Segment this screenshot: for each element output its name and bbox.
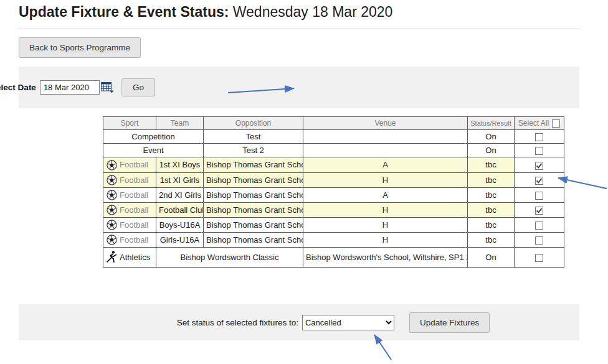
- calendar-picker-icon[interactable]: [101, 82, 114, 93]
- sport-cell: Football: [103, 217, 156, 232]
- status-dropdown[interactable]: Cancelled: [302, 315, 394, 330]
- status-cell: tbc: [468, 157, 515, 172]
- opposition-cell: Test: [204, 130, 303, 144]
- team-cell: 1st XI Girls: [156, 172, 204, 187]
- venue-cell: A: [303, 157, 468, 172]
- sport-label: Football: [120, 205, 148, 215]
- header-sport: Sport: [103, 117, 156, 130]
- event-name-cell: Competition: [103, 130, 204, 144]
- status-group: Set status of selected fixtures to: Canc…: [108, 312, 490, 333]
- select-cell: [515, 232, 564, 247]
- venue-cell: [303, 144, 468, 157]
- opposition-cell: Bishop Thomas Grant School: [204, 187, 303, 202]
- team-cell: Girls-U16A: [156, 232, 204, 247]
- row-select-checkbox[interactable]: [535, 236, 543, 245]
- header-select-all: Select All: [515, 117, 564, 130]
- update-fixtures-button[interactable]: Update Fixtures: [409, 312, 490, 333]
- select-cell: [515, 187, 564, 202]
- table-header-row: Sport Team Opposition Venue Status/Resul…: [103, 117, 564, 130]
- select-cell: [515, 144, 564, 157]
- page-title-date: Wednesday 18 Mar 2020: [233, 4, 393, 20]
- set-status-label: Set status of selected fixtures to:: [177, 318, 298, 327]
- venue-cell: H: [303, 217, 468, 232]
- table-row: CompetitionTestOn: [103, 130, 564, 144]
- select-all-checkbox[interactable]: [552, 119, 560, 128]
- row-select-checkbox[interactable]: [535, 192, 543, 200]
- status-cell: tbc: [468, 172, 515, 187]
- fixtures-table: Sport Team Opposition Venue Status/Resul…: [103, 116, 564, 268]
- select-all-label: Select All: [518, 119, 549, 128]
- venue-cell: H: [303, 232, 468, 247]
- opposition-cell: Bishop Thomas Grant School: [204, 202, 303, 217]
- header-opposition: Opposition: [204, 117, 303, 130]
- table-row: FootballFootball ClubBishop Thomas Grant…: [103, 202, 564, 217]
- status-cell: On: [468, 247, 515, 267]
- row-select-checkbox[interactable]: [535, 207, 543, 215]
- header-status-result: Status/Result: [468, 117, 515, 130]
- header-venue: Venue: [303, 117, 468, 130]
- back-to-sports-programme-button[interactable]: Back to Sports Programme: [19, 37, 141, 58]
- row-select-checkbox[interactable]: [535, 254, 543, 262]
- page-title: Update Fixture & Event Status: Wednesday…: [19, 4, 392, 21]
- select-cell: [515, 130, 564, 144]
- venue-cell: A: [303, 187, 468, 202]
- team-cell: 1st XI Boys: [156, 157, 204, 172]
- table-row: Football2nd XI GirlsBishop Thomas Grant …: [103, 187, 564, 202]
- status-cell: tbc: [468, 232, 515, 247]
- venue-cell: [303, 130, 468, 144]
- annotation-arrow-row-checkbox: [558, 178, 607, 189]
- sport-cell: Football: [103, 202, 156, 217]
- table-row: Football1st XI GirlsBishop Thomas Grant …: [103, 172, 564, 187]
- row-select-checkbox[interactable]: [535, 177, 543, 185]
- event-name-cell: Bishop Wordsworth Classic: [156, 247, 303, 267]
- venue-cell: H: [303, 202, 468, 217]
- table-row: Football1st XI BoysBishop Thomas Grant S…: [103, 157, 564, 172]
- football-icon: [107, 235, 117, 245]
- fixtures-table-body: CompetitionTestOnEventTest 2OnFootball1s…: [103, 130, 564, 268]
- status-cell: tbc: [468, 202, 515, 217]
- sport-cell: Athletics: [103, 247, 156, 267]
- venue-cell: H: [303, 172, 468, 187]
- select-cell: [515, 202, 564, 217]
- football-icon: [107, 220, 117, 230]
- sport-label: Football: [120, 190, 148, 200]
- sport-label: Football: [120, 161, 148, 170]
- event-name-cell: Event: [103, 144, 204, 157]
- go-button[interactable]: Go: [121, 78, 155, 96]
- status-cell: On: [468, 144, 515, 157]
- page-title-prefix: Update Fixture & Event Status:: [19, 4, 233, 20]
- opposition-cell: Bishop Thomas Grant School: [204, 157, 303, 172]
- header-team: Team: [156, 117, 204, 130]
- status-cell: On: [468, 130, 515, 144]
- athletics-icon: [107, 251, 117, 263]
- football-icon: [107, 205, 117, 215]
- status-panel: Set status of selected fixtures to: Canc…: [19, 304, 579, 340]
- sport-cell: Football: [103, 187, 156, 202]
- row-select-checkbox[interactable]: [535, 162, 543, 170]
- football-icon: [107, 175, 117, 185]
- sport-label: Athletics: [120, 253, 150, 262]
- table-row: FootballGirls-U16ABishop Thomas Grant Sc…: [103, 232, 564, 247]
- page: Update Fixture & Event Status: Wednesday…: [0, 0, 608, 364]
- select-cell: [515, 217, 564, 232]
- venue-cell: Bishop Wordsworth's School, Wiltshire, S…: [303, 247, 468, 267]
- status-cell: tbc: [468, 187, 515, 202]
- table-row: AthleticsBishop Wordsworth ClassicBishop…: [103, 247, 564, 267]
- team-cell: Boys-U16A: [156, 217, 204, 232]
- select-cell: [515, 247, 564, 267]
- date-group: Select Date Go: [0, 78, 155, 96]
- team-cell: 2nd XI Girls: [156, 187, 204, 202]
- sport-label: Football: [120, 235, 148, 245]
- team-cell: Football Club: [156, 202, 204, 217]
- opposition-cell: Bishop Thomas Grant School: [204, 217, 303, 232]
- row-select-checkbox[interactable]: [535, 147, 543, 155]
- football-icon: [107, 160, 117, 170]
- date-input[interactable]: [40, 80, 100, 95]
- sport-label: Football: [120, 220, 148, 230]
- row-select-checkbox[interactable]: [535, 133, 543, 141]
- sport-cell: Football: [103, 172, 156, 187]
- opposition-cell: Bishop Thomas Grant School: [204, 232, 303, 247]
- sport-cell: Football: [103, 232, 156, 247]
- opposition-cell: Bishop Thomas Grant School: [204, 172, 303, 187]
- row-select-checkbox[interactable]: [535, 222, 543, 230]
